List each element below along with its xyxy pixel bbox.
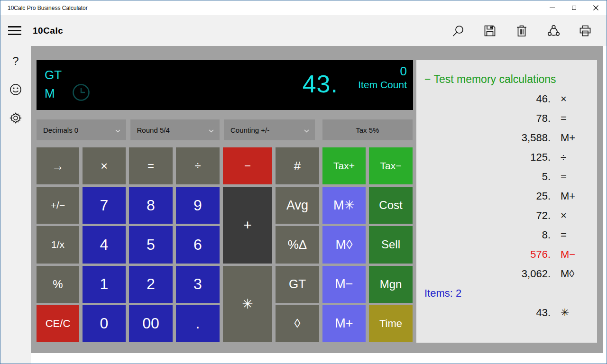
key-diamond[interactable]: ◊: [276, 305, 319, 342]
print-button[interactable]: [578, 24, 592, 38]
key-reciprocal[interactable]: 1/x: [37, 226, 79, 263]
history-entry-value: 78.: [416, 112, 551, 125]
counting-dropdown[interactable]: Counting +/-: [224, 119, 315, 140]
key-hash[interactable]: #: [276, 147, 319, 184]
save-button[interactable]: [483, 24, 497, 38]
tax-rate-label: Tax 5%: [356, 126, 379, 134]
history-entry: 43.✳: [416, 303, 597, 322]
key-00[interactable]: 00: [129, 305, 173, 342]
history-entry-value: 3,588.: [416, 132, 551, 144]
tax-rate-button[interactable]: Tax 5%: [322, 119, 413, 140]
delete-icon: [515, 24, 528, 37]
key-7[interactable]: 7: [83, 187, 126, 224]
history-entry-operator: =: [551, 112, 597, 125]
key-percent-change[interactable]: %Δ: [276, 226, 319, 263]
history-entry-operator: M+: [551, 190, 597, 202]
key-avg[interactable]: Avg: [276, 187, 319, 224]
key-2[interactable]: 2: [129, 266, 173, 303]
chevron-down-icon: [115, 126, 120, 134]
history-entry-value: 8.: [416, 229, 551, 241]
key-9[interactable]: 9: [176, 187, 220, 224]
key-cost[interactable]: Cost: [369, 187, 413, 224]
history-entry-operator: M◊: [551, 268, 597, 280]
key-memory-diamond[interactable]: M◊: [322, 226, 366, 263]
decimals-dropdown[interactable]: Decimals 0: [37, 119, 126, 140]
history-entry-value: 5.: [416, 171, 551, 183]
left-rail: ?: [0, 46, 31, 360]
search-button[interactable]: [451, 24, 465, 38]
key-multiply[interactable]: ×: [83, 147, 126, 184]
key-3[interactable]: 3: [176, 266, 220, 303]
history-entry: 46.×: [416, 89, 597, 109]
feedback-button[interactable]: [6, 80, 25, 99]
item-count-value: 0: [338, 64, 407, 78]
app-window: 10Calc Pro Business Calculator 10Calc: [0, 0, 607, 364]
key-memory-minus[interactable]: M−: [322, 266, 366, 303]
search-icon: [451, 24, 465, 37]
calculator-surface: GT M 43. 0 Item Count Decimals 0: [31, 46, 603, 353]
delete-button[interactable]: [515, 24, 529, 38]
titlebar: 10Calc Pro Business Calculator: [0, 0, 607, 15]
maximize-icon: [572, 6, 576, 10]
menu-button[interactable]: [3, 19, 26, 42]
key-minus[interactable]: −: [223, 147, 272, 184]
share-icon: [547, 24, 561, 37]
history-entry: 78.=: [416, 109, 597, 128]
history-entry: 576.M−: [416, 245, 597, 264]
close-icon: [593, 5, 598, 10]
decimals-dropdown-label: Decimals 0: [43, 126, 78, 134]
close-button[interactable]: [585, 0, 607, 15]
history-entry-value: 25.: [416, 190, 551, 202]
history-entry-operator: ✳: [551, 307, 597, 319]
chevron-down-icon: [209, 126, 214, 134]
key-5[interactable]: 5: [129, 226, 173, 263]
key-sell[interactable]: Sell: [369, 226, 413, 263]
key-plus[interactable]: +: [223, 187, 272, 263]
key-memory-times[interactable]: M✳: [322, 187, 366, 224]
appbar-icons: [451, 24, 607, 38]
window-title: 10Calc Pro Business Calculator: [0, 5, 541, 11]
history-header: − Test memory calculations: [416, 70, 597, 89]
help-icon: ?: [12, 55, 18, 68]
lcd-display: GT M 43. 0 Item Count: [37, 60, 413, 110]
history-entry-value: 3,062.: [416, 268, 551, 280]
key-4[interactable]: 4: [83, 226, 126, 263]
keypad: →×=÷−#Tax+Tax−+/−789+AvgM✳Cost1/x456%ΔM◊…: [37, 147, 413, 342]
key-memory-plus[interactable]: M+: [322, 305, 366, 342]
history-entry-value: 72.: [416, 209, 551, 222]
app-body: ? GT M: [0, 46, 607, 360]
key-plus-minus[interactable]: +/−: [37, 187, 79, 224]
share-button[interactable]: [546, 24, 561, 38]
key-grand-total[interactable]: GT: [276, 266, 319, 303]
maximize-button[interactable]: [563, 0, 585, 15]
key-decimal-point[interactable]: .: [176, 305, 220, 342]
clock-icon: [72, 83, 90, 110]
key-6[interactable]: 6: [176, 226, 220, 263]
settings-button[interactable]: [6, 109, 25, 127]
key-tax-plus[interactable]: Tax+: [322, 147, 366, 184]
history-entry: 3,062.M◊: [416, 264, 597, 283]
history-entry: 8.=: [416, 225, 597, 245]
key-8[interactable]: 8: [129, 187, 173, 224]
history-entry-operator: ×: [551, 209, 597, 222]
minimize-icon: [550, 8, 555, 8]
history-entry-operator: =: [551, 229, 597, 241]
key-percent[interactable]: %: [37, 266, 79, 303]
key-1[interactable]: 1: [83, 266, 126, 303]
key-asterisk[interactable]: ✳: [223, 266, 272, 342]
key-time[interactable]: Time: [369, 305, 413, 342]
history-entry-operator: M−: [551, 248, 597, 261]
key-arrow-right[interactable]: →: [37, 147, 79, 184]
print-icon: [579, 24, 592, 37]
key-tax-minus[interactable]: Tax−: [369, 147, 413, 184]
key-0[interactable]: 0: [83, 305, 126, 342]
minimize-button[interactable]: [541, 0, 563, 15]
help-button[interactable]: ?: [6, 52, 25, 71]
key-clear[interactable]: CE/C: [37, 305, 79, 342]
key-equals[interactable]: =: [129, 147, 173, 184]
history-entry-operator: =: [551, 171, 597, 183]
rounding-dropdown[interactable]: Round 5/4: [130, 119, 220, 140]
key-divide[interactable]: ÷: [176, 147, 220, 184]
key-margin[interactable]: Mgn: [369, 266, 413, 303]
history-tape[interactable]: − Test memory calculations46.×78.=3,588.…: [416, 60, 597, 343]
